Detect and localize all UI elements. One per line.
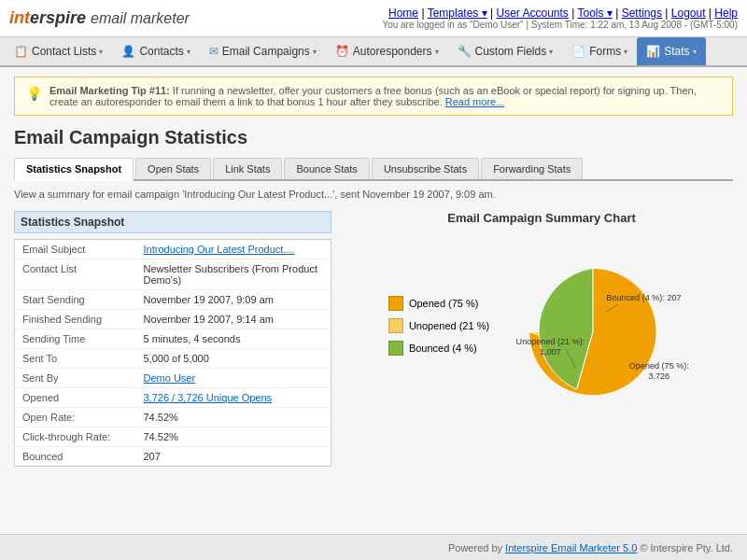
stats-table: Email Subject Introducing Our Latest Pro… [14, 239, 331, 467]
label-email-subject: Email Subject [15, 240, 136, 259]
legend-item-bounced: Bounced (4 %) [388, 341, 489, 356]
label-opened: Opened [15, 388, 136, 408]
value-open-rate: 74.52% [136, 408, 331, 427]
stats-icon: 📊 [646, 45, 660, 58]
value-opened: 3,726 / 3,726 Unique Opens [136, 388, 331, 408]
autoresponders-chevron: ▾ [435, 48, 439, 56]
contacts-icon: 👤 [121, 45, 135, 58]
legend-label-opened: Opened (75 %) [409, 298, 479, 309]
top-links: Home | Templates ▾ | User Accounts | Too… [388, 7, 738, 20]
nav-email-campaigns-label: Email Campaigns [222, 45, 310, 58]
tab-statistics-snapshot[interactable]: Statistics Snapshot [14, 158, 134, 181]
sent-by-link[interactable]: Demo User [144, 372, 196, 384]
tab-unsubscribe-stats[interactable]: Unsubscribe Stats [372, 158, 479, 179]
autoresponders-icon: ⏰ [335, 45, 349, 58]
label-open-rate: Open Rate: [15, 408, 136, 427]
table-row: Sent To 5,000 of 5,000 [15, 349, 331, 369]
chart-label-opened: Opened (75 %): [629, 361, 689, 371]
settings-link[interactable]: Settings [622, 7, 662, 20]
legend-item-opened: Opened (75 %) [388, 296, 489, 311]
chart-legend: Opened (75 %) Unopened (21 %) Bounced (4… [388, 296, 489, 363]
table-row: Sending Time 5 minutes, 4 seconds [15, 329, 331, 349]
nav-custom-fields-label: Custom Fields [475, 45, 547, 58]
tab-bounce-stats[interactable]: Bounce Stats [284, 158, 369, 179]
nav-autoresponders-label: Autoresponders [353, 45, 432, 58]
legend-color-unopened [388, 318, 403, 333]
nav-forms[interactable]: 📄 Forms ▾ [562, 37, 637, 65]
tab-link-stats[interactable]: Link Stats [213, 158, 282, 179]
summary-description: View a summary for email campaign 'Intro… [14, 189, 733, 200]
nav-autoresponders[interactable]: ⏰ Autoresponders ▾ [326, 37, 448, 65]
nav-bar: 📋 Contact Lists ▾ 👤 Contacts ▾ ✉ Email C… [0, 37, 747, 67]
value-start-sending: November 19 2007, 9:09 am [136, 290, 331, 310]
forms-icon: 📄 [571, 45, 585, 58]
custom-fields-icon: 🔧 [458, 45, 472, 58]
templates-link[interactable]: Templates ▾ [428, 7, 487, 20]
label-ctr: Click-through Rate: [15, 427, 136, 447]
table-row: Start Sending November 19 2007, 9:09 am [15, 290, 331, 310]
top-bar: interspire email marketer Home | Templat… [0, 0, 747, 37]
system-info: You are logged in as "Demo User" | Syste… [382, 20, 738, 30]
legend-item-unopened: Unopened (21 %) [388, 318, 489, 333]
read-more-link[interactable]: Read more... [445, 96, 505, 107]
user-accounts-link[interactable]: User Accounts [496, 7, 568, 20]
legend-label-unopened: Unopened (21 %) [409, 320, 489, 331]
contact-lists-chevron: ▾ [99, 48, 103, 56]
label-sent-by: Sent By [15, 369, 136, 388]
forms-chevron: ▾ [624, 48, 627, 56]
label-finished-sending: Finished Sending [15, 310, 136, 329]
label-bounced: Bounced [15, 447, 136, 467]
footer: Powered by Interspire Email Marketer 5.0… [0, 534, 747, 560]
value-contact-list: Newsletter Subscribers (From Product Dem… [136, 259, 331, 290]
custom-fields-chevron: ▾ [549, 48, 553, 56]
legend-color-bounced [388, 341, 403, 356]
tip-text: Email Marketing Tip #11: If running a ne… [49, 85, 721, 107]
email-campaigns-chevron: ▾ [313, 48, 317, 56]
legend-color-opened [388, 296, 403, 311]
nav-custom-fields[interactable]: 🔧 Custom Fields ▾ [448, 37, 563, 65]
email-campaigns-icon: ✉ [209, 45, 218, 58]
contacts-chevron: ▾ [187, 48, 190, 56]
nav-contacts[interactable]: 👤 Contacts ▾ [112, 37, 199, 65]
value-sent-to: 5,000 of 5,000 [136, 349, 331, 369]
home-link[interactable]: Home [388, 7, 418, 20]
tip-icon: 💡 [26, 86, 42, 101]
legend-label-bounced: Bounced (4 %) [409, 343, 477, 354]
help-link[interactable]: Help [714, 7, 738, 20]
stats-area: Statistics Snapshot Email Subject Introd… [14, 211, 733, 467]
value-email-subject: Introducing Our Latest Product.... [136, 240, 331, 259]
nav-stats-label: Stats [664, 45, 689, 58]
svg-text:3,726: 3,726 [649, 371, 670, 381]
contact-lists-icon: 📋 [14, 45, 28, 58]
table-row: Finished Sending November 19 2007, 9:14 … [15, 310, 331, 329]
table-row: Sent By Demo User [15, 369, 331, 388]
value-ctr: 74.52% [136, 427, 331, 447]
chart-title: Email Campaign Summary Chart [350, 211, 733, 225]
top-right: Home | Templates ▾ | User Accounts | Too… [382, 7, 738, 30]
table-row: Email Subject Introducing Our Latest Pro… [15, 240, 331, 259]
value-finished-sending: November 19 2007, 9:14 am [136, 310, 331, 329]
table-row: Opened 3,726 / 3,726 Unique Opens [15, 388, 331, 408]
chart-label-unopened: Unopened (21 %): [516, 337, 585, 346]
tools-link[interactable]: Tools ▾ [577, 7, 612, 20]
label-contact-list: Contact List [15, 259, 136, 290]
value-bounced: 207 [136, 447, 331, 467]
value-sending-time: 5 minutes, 4 seconds [136, 329, 331, 349]
nav-contact-lists-label: Contact Lists [32, 45, 96, 58]
nav-contacts-label: Contacts [139, 45, 183, 58]
tab-forwarding-stats[interactable]: Forwarding Stats [481, 158, 583, 179]
chart-container: Opened (75 %) Unopened (21 %) Bounced (4… [350, 234, 733, 424]
svg-text:1,007: 1,007 [540, 347, 561, 357]
main-content: 💡 Email Marketing Tip #11: If running a … [0, 67, 747, 534]
table-row: Click-through Rate: 74.52% [15, 427, 331, 447]
logout-link[interactable]: Logout [671, 7, 706, 20]
nav-email-campaigns[interactable]: ✉ Email Campaigns ▾ [200, 37, 326, 65]
email-subject-link[interactable]: Introducing Our Latest Product.... [144, 244, 295, 255]
footer-link[interactable]: Interspire Email Marketer 5.0 [505, 542, 637, 553]
opened-link[interactable]: 3,726 / 3,726 Unique Opens [144, 392, 273, 403]
nav-stats[interactable]: 📊 Stats ▾ [637, 37, 705, 65]
page-title: Email Campaign Statistics [14, 127, 733, 148]
footer-text: Powered by Interspire Email Marketer 5.0… [448, 542, 733, 553]
nav-contact-lists[interactable]: 📋 Contact Lists ▾ [5, 37, 112, 65]
tab-open-stats[interactable]: Open Stats [135, 158, 211, 179]
